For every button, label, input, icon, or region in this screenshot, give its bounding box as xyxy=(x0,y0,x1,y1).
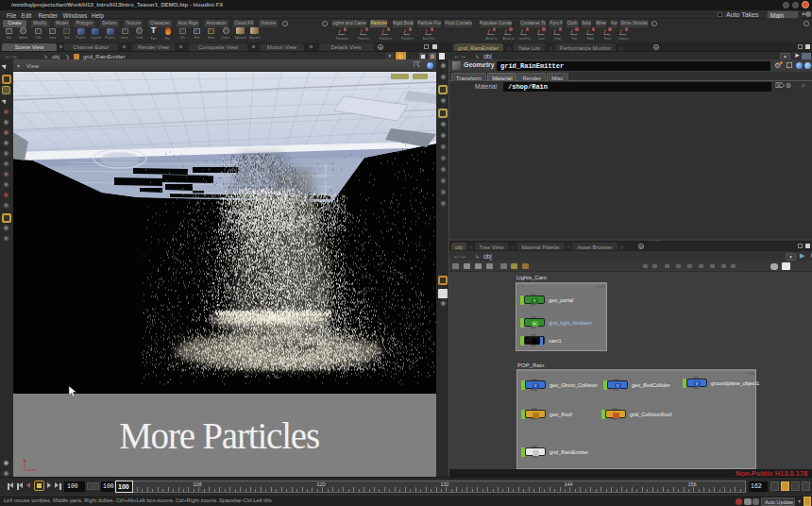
svg-text:More Particles: More Particles xyxy=(119,415,319,456)
